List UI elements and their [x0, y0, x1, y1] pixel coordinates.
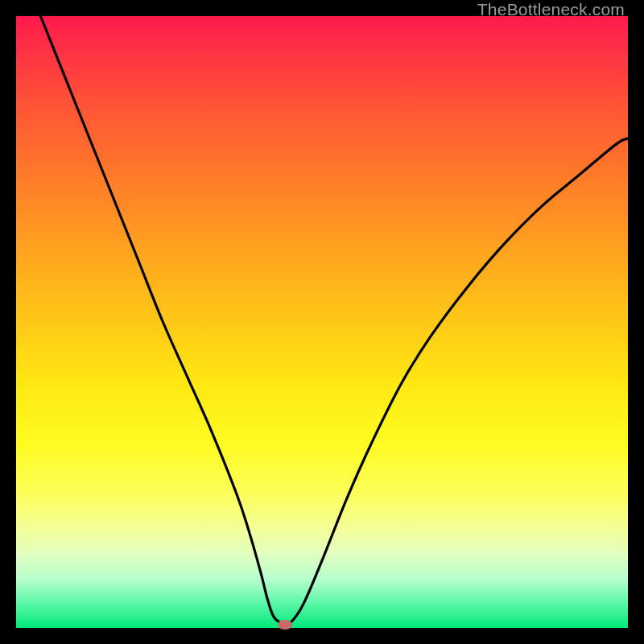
curve-svg — [16, 16, 628, 628]
optimum-marker — [278, 620, 292, 630]
bottleneck-curve-line — [40, 16, 628, 623]
chart-frame: TheBottleneck.com — [0, 0, 644, 644]
plot-area — [16, 16, 628, 628]
